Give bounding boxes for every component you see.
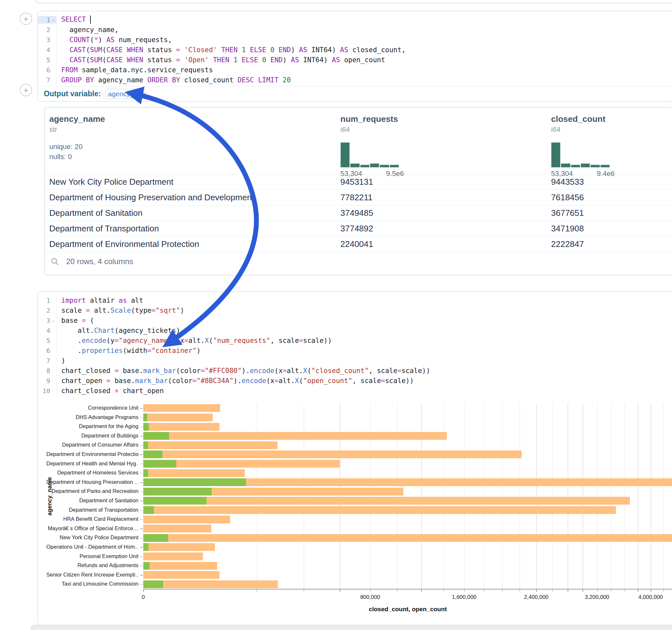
- x-axis-title: closed_count, open_count: [369, 606, 447, 613]
- search-icon[interactable]: [51, 257, 59, 266]
- add-cell-button-top[interactable]: +: [20, 13, 32, 25]
- code-line[interactable]: 7GROUP BY agency_name ORDER BY closed_co…: [38, 75, 672, 85]
- bar-open-count: [143, 441, 148, 449]
- code-line[interactable]: 10chart_closed + chart_open: [38, 386, 672, 396]
- y-axis-category-label: Taxi and Limousine Commission: [46, 581, 138, 587]
- bar-closed-count: [143, 413, 213, 421]
- code-line[interactable]: 1⌄SELECT: [38, 15, 672, 25]
- y-axis-tick: [140, 501, 143, 501]
- code-line[interactable]: 6FROM sample_data.nyc.service_requests: [38, 65, 672, 75]
- x-axis-tick: [257, 589, 257, 592]
- y-axis-category-label: Mayorâ€ s Office of Special Enforce…: [46, 525, 138, 532]
- code-token: DESC: [238, 76, 254, 84]
- code-token: , scale: [352, 377, 381, 385]
- table-cell: Department of Transportation: [45, 224, 336, 234]
- code-line[interactable]: 1import altair as alt: [38, 295, 672, 305]
- code-line[interactable]: 4 CAST(SUM(CASE WHEN status = 'Closed' T…: [38, 45, 672, 55]
- code-line[interactable]: 7): [38, 356, 672, 366]
- line-number-gutter[interactable]: 3⌄: [38, 317, 56, 324]
- code-token: , scale: [368, 367, 398, 374]
- code-token: AS: [106, 36, 115, 44]
- line-number: 3: [38, 317, 50, 324]
- column-header[interactable]: agency_namestrunique: 20nulls: 0: [45, 114, 336, 174]
- code-token: scale)): [303, 337, 332, 344]
- gridline: [568, 404, 568, 589]
- column-header[interactable]: num_requestsi6453,3049.5e6: [336, 114, 547, 174]
- table-cell: 7782211: [336, 193, 547, 202]
- code-line[interactable]: 5 .encode(y="agency_name", x=alt.X("num_…: [38, 335, 672, 345]
- y-axis-category-label: DHS Advantage Programs: [46, 414, 138, 420]
- code-line[interactable]: 2 agency_name,: [38, 25, 672, 35]
- code-line[interactable]: 9chart_open = base.mark_bar(color="#8BC3…: [38, 375, 672, 386]
- line-number: 4: [38, 46, 50, 54]
- code-token: alt.: [90, 307, 111, 314]
- code-token: chart_open: [119, 387, 164, 395]
- code-token: INT64): [299, 56, 332, 64]
- line-number: 6: [38, 66, 50, 74]
- table-row[interactable]: Department of Housing Preservation and D…: [45, 190, 672, 205]
- code-text: scale = alt.Scale(type="sqrt"): [56, 307, 184, 314]
- code-line[interactable]: 5 CAST(SUM(CASE WHEN status = 'Open' THE…: [38, 55, 672, 65]
- line-number-gutter[interactable]: 3: [38, 36, 56, 44]
- line-number-gutter[interactable]: 2: [38, 26, 56, 34]
- code-token: [209, 56, 213, 64]
- x-axis-tick: [304, 589, 304, 592]
- y-axis-category-label: Department of Environmental Protection: [46, 451, 138, 457]
- code-token: alt.: [287, 367, 303, 374]
- sql-code-editor[interactable]: 1⌄SELECT 2 agency_name,3 COUNT(*) AS num…: [38, 11, 672, 87]
- code-line[interactable]: 3⌄base = (: [38, 315, 672, 325]
- code-token: INT64): [307, 46, 340, 54]
- output-variable-pill[interactable]: agency_tickets: [105, 89, 146, 99]
- x-axis-tick: [464, 589, 465, 592]
- add-cell-button-output[interactable]: +: [20, 84, 32, 96]
- line-number-gutter[interactable]: 9: [38, 377, 56, 385]
- code-token: 0: [262, 56, 266, 64]
- column-name: agency_name: [49, 114, 336, 124]
- table-row[interactable]: Department of Sanitation37494853677651: [45, 205, 672, 221]
- line-number-gutter[interactable]: 5: [38, 337, 56, 344]
- gutter-divider: [56, 11, 57, 87]
- bar-open-count: [143, 506, 154, 514]
- line-number: 6: [38, 347, 50, 355]
- y-axis-tick: [140, 473, 143, 474]
- line-number-gutter[interactable]: 6: [38, 347, 56, 355]
- column-header[interactable]: closed_counti6453,3049.4e6: [547, 114, 672, 174]
- code-token: ): [180, 307, 185, 314]
- line-number-gutter[interactable]: 6: [38, 66, 56, 74]
- line-number-gutter[interactable]: 1: [38, 296, 56, 304]
- line-number-gutter[interactable]: 2: [38, 307, 56, 314]
- code-line[interactable]: 3 COUNT(*) AS num_requests,: [38, 35, 672, 45]
- fold-caret-icon[interactable]: ⌄: [50, 318, 56, 323]
- code-line[interactable]: 4 alt.Chart(agency_tickets): [38, 325, 672, 335]
- code-token: scale)): [385, 377, 414, 385]
- y-axis-category-label: Department of Transportation: [46, 507, 138, 513]
- table-row[interactable]: Department of Environmental Protection22…: [45, 236, 672, 252]
- column-name: num_requests: [340, 114, 547, 124]
- line-number-gutter[interactable]: 7: [38, 76, 56, 84]
- line-number-gutter[interactable]: 10: [38, 387, 56, 395]
- code-text: CAST(SUM(CASE WHEN status = 'Open' THEN …: [56, 56, 385, 64]
- line-number-gutter[interactable]: 8: [38, 367, 56, 374]
- line-number-gutter[interactable]: 7: [38, 357, 56, 365]
- code-line[interactable]: 2scale = alt.Scale(type="sqrt"): [38, 305, 672, 315]
- fold-caret-icon[interactable]: ⌄: [50, 17, 56, 22]
- line-number-gutter[interactable]: 4: [38, 327, 56, 335]
- gridline: [421, 404, 422, 589]
- line-number-gutter[interactable]: 5: [38, 56, 56, 64]
- y-axis-tick: [140, 575, 143, 576]
- code-text: GROUP BY agency_name ORDER BY closed_cou…: [56, 76, 291, 84]
- gridline: [520, 404, 520, 589]
- python-code-editor[interactable]: 1import altair as alt2scale = alt.Scale(…: [38, 292, 672, 398]
- column-stat: nulls: 0: [49, 152, 336, 162]
- code-token: =: [147, 347, 152, 355]
- line-number-gutter[interactable]: 1⌄: [38, 16, 56, 24]
- line-number-gutter[interactable]: 4: [38, 46, 56, 54]
- code-token: [266, 46, 270, 54]
- code-token: "closed_count": [311, 367, 368, 374]
- line-number: 1: [38, 296, 50, 304]
- result-table-card: agency_namestrunique: 20nulls: 0num_requ…: [44, 107, 672, 275]
- table-row[interactable]: Department of Transportation377489234719…: [45, 221, 672, 236]
- code-line[interactable]: 8chart_closed = base.mark_bar(color="#FF…: [38, 366, 672, 375]
- collapsed-next-cell: [31, 625, 672, 630]
- code-line[interactable]: 6 .properties(width="container"): [38, 345, 672, 356]
